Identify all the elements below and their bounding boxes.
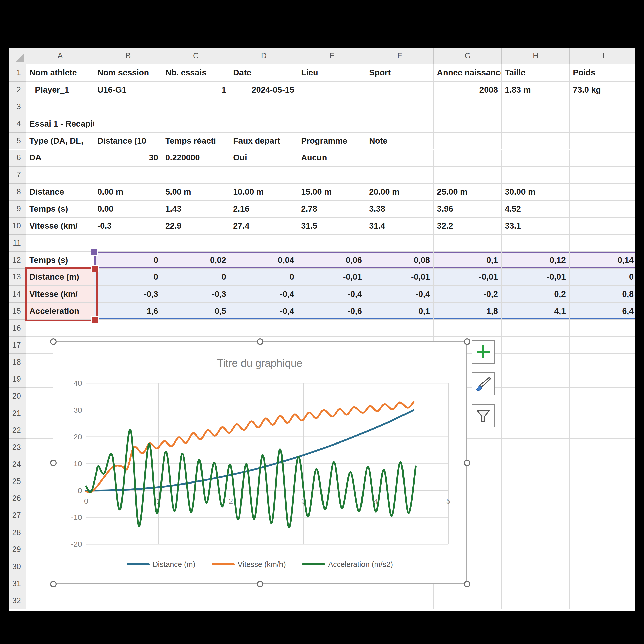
row-header-27[interactable]: 27 (9, 507, 26, 524)
legend-item-distance[interactable]: Distance (m) (127, 560, 195, 569)
cell-D15[interactable]: -0,4 (230, 303, 298, 320)
cell-E12[interactable]: 0,06 (298, 252, 366, 269)
selection-handle[interactable] (50, 460, 57, 466)
cell-I32[interactable] (570, 592, 635, 610)
cell-E3[interactable] (298, 98, 366, 115)
legend-item-acceleration[interactable]: Acceleration (m/s2) (302, 560, 393, 569)
row-header-18[interactable]: 18 (9, 354, 26, 371)
cell-B15[interactable]: 1,6 (94, 303, 162, 320)
cell-D10[interactable]: 27.4 (230, 218, 298, 235)
row-header-19[interactable]: 19 (9, 371, 26, 388)
cell-A10[interactable]: Vitesse (km/ (26, 218, 94, 235)
column-header-D[interactable]: D (230, 48, 298, 64)
row-header-24[interactable]: 24 (9, 456, 26, 473)
row-header-16[interactable]: 16 (9, 320, 26, 337)
cell-H20[interactable] (502, 388, 570, 405)
cell-D13[interactable]: 0 (230, 269, 298, 286)
cell-E8[interactable]: 15.00 m (298, 184, 366, 201)
cell-H22[interactable] (502, 422, 570, 439)
cell-H29[interactable] (502, 541, 570, 558)
cell-A4[interactable]: Essai 1 - Recapitulatif (26, 115, 94, 133)
cell-C11[interactable] (162, 235, 230, 252)
cell-C13[interactable]: 0 (162, 269, 230, 286)
cell-H25[interactable] (502, 473, 570, 490)
cell-G8[interactable]: 25.00 m (434, 184, 502, 201)
cell-H6[interactable] (502, 150, 570, 167)
cell-H19[interactable] (502, 371, 570, 388)
selection-handle[interactable] (464, 581, 470, 587)
cell-C16[interactable] (162, 320, 230, 337)
cell-H3[interactable] (502, 98, 570, 115)
range-drag-handle-purple[interactable] (91, 249, 97, 255)
cell-C32[interactable] (162, 592, 230, 610)
chart-elements-button[interactable] (472, 340, 495, 364)
cell-E5[interactable]: Programme (298, 133, 366, 150)
cell-B16[interactable] (94, 320, 162, 337)
cell-E4[interactable] (298, 115, 366, 133)
cell-H5[interactable] (502, 133, 570, 150)
cell-I3[interactable] (570, 98, 635, 115)
cell-A8[interactable]: Distance (26, 184, 94, 201)
cell-B12[interactable]: 0 (94, 252, 162, 269)
cell-F14[interactable]: -0,4 (366, 286, 434, 303)
column-header-A[interactable]: A (26, 48, 94, 64)
cell-I5[interactable] (570, 133, 635, 150)
cell-I20[interactable] (570, 388, 635, 405)
cell-E1[interactable]: Lieu (298, 64, 366, 82)
cell-F10[interactable]: 31.4 (366, 218, 434, 235)
cell-D11[interactable] (230, 235, 298, 252)
cell-G10[interactable]: 32.2 (434, 218, 502, 235)
cell-I23[interactable] (570, 439, 635, 456)
cell-G5[interactable] (434, 133, 502, 150)
cell-D4[interactable] (230, 115, 298, 133)
cell-I2[interactable]: 73.0 kg (570, 82, 635, 99)
cell-B4[interactable] (94, 115, 162, 133)
cell-D12[interactable]: 0,04 (230, 252, 298, 269)
cell-H32[interactable] (502, 592, 570, 610)
row-header-14[interactable]: 14 (9, 286, 26, 303)
row-header-7[interactable]: 7 (9, 167, 26, 184)
cell-D5[interactable]: Faux depart (230, 133, 298, 150)
cell-D1[interactable]: Date (230, 64, 298, 82)
cell-B8[interactable]: 0.00 m (94, 184, 162, 201)
cell-I31[interactable] (570, 575, 635, 592)
cell-C8[interactable]: 5.00 m (162, 184, 230, 201)
cell-G13[interactable]: -0,01 (434, 269, 502, 286)
cell-E13[interactable]: -0,01 (298, 269, 366, 286)
cell-A3[interactable] (26, 98, 94, 115)
cell-G1[interactable]: Annee naissance (434, 64, 502, 82)
cell-E11[interactable] (298, 235, 366, 252)
row-header-31[interactable]: 31 (9, 575, 26, 592)
cell-I29[interactable] (570, 541, 635, 558)
cell-I27[interactable] (570, 507, 635, 524)
cell-H4[interactable] (502, 115, 570, 133)
row-header-23[interactable]: 23 (9, 439, 26, 456)
cell-B6[interactable]: 30 (94, 150, 162, 167)
cell-D8[interactable]: 10.00 m (230, 184, 298, 201)
cell-C14[interactable]: -0,3 (162, 286, 230, 303)
cell-H23[interactable] (502, 439, 570, 456)
cell-A16[interactable] (26, 320, 94, 337)
column-header-G[interactable]: G (434, 48, 502, 64)
cell-E2[interactable] (298, 82, 366, 99)
cell-B9[interactable]: 0.00 (94, 201, 162, 218)
cell-C4[interactable] (162, 115, 230, 133)
cell-I21[interactable] (570, 405, 635, 422)
cell-F4[interactable] (366, 115, 434, 133)
select-all-corner[interactable] (9, 48, 26, 64)
chart-styles-button[interactable] (472, 372, 495, 395)
cell-D9[interactable]: 2.16 (230, 201, 298, 218)
selection-handle[interactable] (50, 338, 57, 345)
cell-G15[interactable]: 1,8 (434, 303, 502, 320)
row-header-20[interactable]: 20 (9, 388, 26, 405)
cell-I1[interactable]: Poids (570, 64, 635, 82)
cell-F1[interactable]: Sport (366, 64, 434, 82)
cell-F12[interactable]: 0,08 (366, 252, 434, 269)
cell-F6[interactable] (366, 150, 434, 167)
cell-G7[interactable] (434, 167, 502, 184)
selection-handle[interactable] (257, 338, 263, 345)
cell-G14[interactable]: -0,2 (434, 286, 502, 303)
cell-H21[interactable] (502, 405, 570, 422)
cell-E10[interactable]: 31.5 (298, 218, 366, 235)
selection-handle[interactable] (257, 581, 263, 587)
